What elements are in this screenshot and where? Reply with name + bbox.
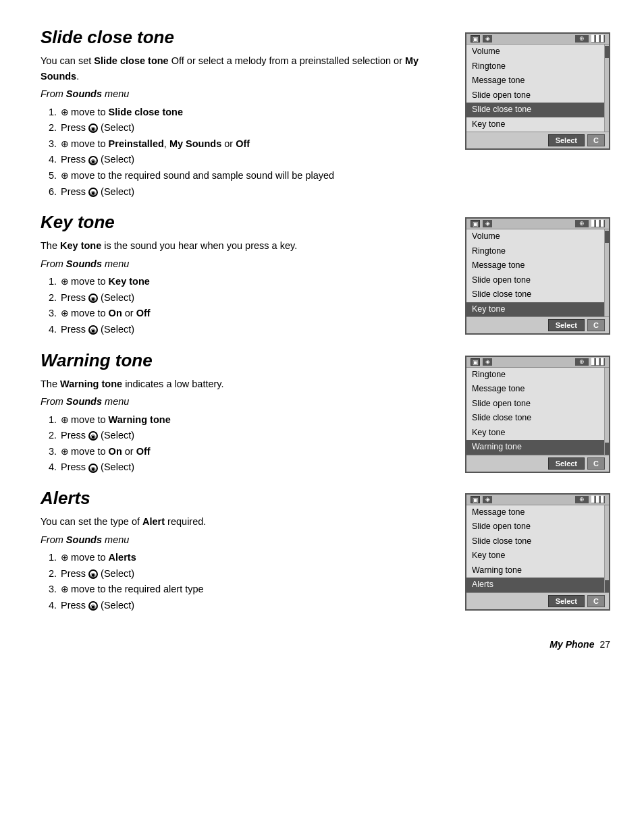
step-number: 5. (49, 168, 61, 183)
footer-brand: My Phone (549, 639, 594, 650)
step-number: 2. (49, 428, 61, 443)
step-item: 1.⊕move to Key tone (49, 274, 452, 289)
phone-screen: ▣ ◈ ⊕ ▋▋▋ VolumeRingtoneMessage toneSlid… (465, 217, 610, 335)
phone-screen: ▣ ◈ ⊕ ▋▋▋ Message toneSlide open toneSli… (465, 493, 610, 611)
step-item: 6.Press ◉ (Select) (49, 184, 452, 199)
step-number: 2. (49, 290, 61, 305)
steps-list: 1.⊕move to Slide close tone2.Press ◉ (Se… (41, 105, 452, 199)
step-number: 2. (49, 120, 61, 135)
c-button[interactable]: C (587, 319, 605, 331)
step-text: move to On or Off (71, 444, 151, 459)
section-content-warning-tone: Warning toneThe Warning tone indicates a… (41, 350, 465, 476)
step-text: Press ◉ (Select) (61, 566, 134, 581)
select-button[interactable]: Select (548, 457, 585, 470)
joystick-icon: ⊕ (61, 551, 69, 565)
step-item: 3.⊕move to Preinstalled, My Sounds or Of… (49, 136, 452, 152)
step-item: 2.Press ◉ (Select) (49, 566, 452, 581)
step-text: Press ◉ (Select) (61, 152, 134, 167)
section-body-warning-tone: The Warning tone indicates a low battery… (41, 376, 452, 475)
from-menu-label: From Sounds menu (41, 86, 452, 101)
step-text: Press ◉ (Select) (61, 459, 134, 474)
step-item: 2.Press ◉ (Select) (49, 428, 452, 443)
select-button[interactable]: Select (548, 319, 585, 331)
phone-menu-item: Warning tone (466, 563, 604, 578)
step-text: move to Key tone (71, 274, 150, 289)
from-menu-label: From Sounds menu (41, 532, 452, 547)
phone-menu-item: Message tone (466, 74, 604, 88)
step-item: 1.⊕move to Slide close tone (49, 105, 452, 120)
step-item: 1.⊕move to Warning tone (49, 412, 452, 428)
step-number: 1. (49, 412, 61, 427)
step-number: 2. (49, 566, 61, 581)
step-number: 1. (49, 105, 61, 119)
step-item: 4.Press ◉ (Select) (49, 598, 452, 613)
section-intro: You can set Slide close tone Off or sele… (41, 53, 452, 84)
footer-page-number: 27 (599, 639, 610, 650)
step-text: Press ◉ (Select) (61, 120, 134, 135)
phone-menu-item: Slide close tone (466, 534, 604, 549)
step-number: 3. (49, 444, 61, 459)
phone-screen: ▣ ◈ ⊕ ▋▋▋ RingtoneMessage toneSlide open… (465, 356, 610, 473)
phone-screen: ▣ ◈ ⊕ ▋▋▋ VolumeRingtoneMessage toneSlid… (465, 32, 610, 150)
section-title-alerts: Alerts (41, 488, 452, 509)
step-number: 1. (49, 550, 61, 565)
joystick-icon: ⊕ (61, 582, 69, 597)
step-text: move to the required sound and sample so… (71, 168, 334, 183)
step-text: Press ◉ (Select) (61, 184, 134, 199)
phone-menu-item: Message tone (466, 382, 604, 397)
phone-menu-item: Slide open tone (466, 397, 604, 412)
section-body-key-tone: The Key tone is the sound you hear when … (41, 238, 452, 337)
step-item: 2.Press ◉ (Select) (49, 120, 452, 135)
phone-menu-item: Key tone (466, 117, 604, 132)
step-item: 3.⊕move to the required alert type (49, 582, 452, 597)
section-title-slide-close-tone: Slide close tone (41, 27, 452, 48)
steps-list: 1.⊕move to Alerts2.Press ◉ (Select)3.⊕mo… (41, 550, 452, 613)
section-alerts: AlertsYou can set the type of Alert requ… (41, 488, 610, 613)
section-content-key-tone: Key toneThe Key tone is the sound you he… (41, 212, 465, 337)
step-text: Press ◉ (Select) (61, 322, 134, 337)
phone-menu-item: Volume (466, 229, 604, 244)
section-intro: You can set the type of Alert required. (41, 514, 452, 529)
step-text: move to Preinstalled, My Sounds or Off (71, 136, 250, 151)
phone-menu-item: Key tone (466, 302, 604, 317)
section-warning-tone: Warning toneThe Warning tone indicates a… (41, 350, 610, 476)
section-body-alerts: You can set the type of Alert required.F… (41, 514, 452, 613)
phone-menu-item: Slide close tone (466, 411, 604, 426)
phone-menu-item: Slide close tone (466, 287, 604, 302)
joystick-icon: ⊕ (61, 445, 69, 459)
section-body-slide-close-tone: You can set Slide close tone Off or sele… (41, 53, 452, 199)
step-text: Press ◉ (Select) (61, 598, 134, 613)
step-text: move to the required alert type (71, 582, 204, 596)
from-menu-label: From Sounds menu (41, 394, 452, 409)
phone-menu-item: Ringtone (466, 368, 604, 383)
step-text: move to Slide close tone (71, 105, 183, 119)
phone-menu-item: Slide open tone (466, 88, 604, 103)
section-slide-close-tone: Slide close toneYou can set Slide close … (41, 27, 610, 200)
steps-list: 1.⊕move to Key tone2.Press ◉ (Select)3.⊕… (41, 274, 452, 337)
step-item: 2.Press ◉ (Select) (49, 290, 452, 305)
step-item: 4.Press ◉ (Select) (49, 152, 452, 167)
steps-list: 1.⊕move to Warning tone2.Press ◉ (Select… (41, 412, 452, 475)
c-button[interactable]: C (587, 134, 605, 146)
c-button[interactable]: C (587, 457, 605, 470)
phone-menu-item: Key tone (466, 426, 604, 441)
step-item: 4.Press ◉ (Select) (49, 459, 452, 474)
select-button[interactable]: Select (548, 134, 585, 146)
step-item: 3.⊕move to On or Off (49, 444, 452, 459)
from-menu-label: From Sounds menu (41, 256, 452, 271)
phone-menu-item: Warning tone (466, 440, 604, 455)
section-intro: The Key tone is the sound you hear when … (41, 238, 452, 253)
step-item: 3.⊕move to On or Off (49, 306, 452, 321)
step-number: 4. (49, 322, 61, 337)
section-title-key-tone: Key tone (41, 212, 452, 233)
step-number: 3. (49, 582, 61, 596)
c-button[interactable]: C (587, 595, 605, 607)
step-text: move to Alerts (71, 550, 136, 565)
section-key-tone: Key toneThe Key tone is the sound you he… (41, 212, 610, 337)
step-number: 4. (49, 459, 61, 474)
phone-menu-item: Volume (466, 45, 604, 59)
joystick-icon: ⊕ (61, 275, 69, 289)
section-title-warning-tone: Warning tone (41, 350, 452, 371)
joystick-icon: ⊕ (61, 169, 69, 184)
select-button[interactable]: Select (548, 595, 585, 607)
